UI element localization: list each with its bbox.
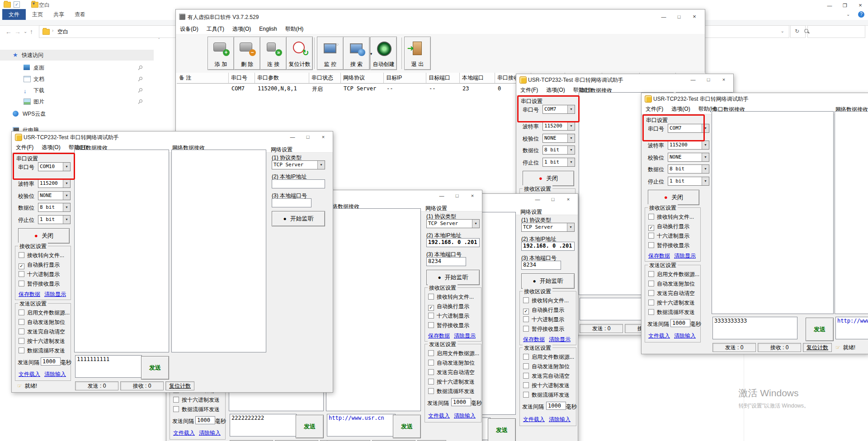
column-header-6[interactable]: 目标端口 [426,73,460,84]
stop-bits-dropdown[interactable]: 1 bit▼ [38,215,71,224]
column-header-3[interactable]: 串口状态 [309,73,341,84]
usr-titlebar[interactable]: USR-TCP232-Test 串口转网络调试助手—□× [516,74,733,85]
checkbox-icon[interactable] [428,360,434,366]
send-interval-input[interactable]: 1000 [195,416,215,424]
net-receive-box[interactable] [171,150,266,352]
maximize-icon[interactable]: □ [449,190,465,201]
rx-option-2[interactable]: 十六进制显示 [648,232,689,240]
checkbox-icon[interactable] [523,297,529,303]
chevron-down-icon[interactable]: ▼ [702,177,709,185]
close-icon[interactable]: × [853,0,868,11]
tx-option-4[interactable]: 数据流循环发送 [19,347,65,355]
column-header-0[interactable]: 备 注 [177,73,229,84]
usr-menu-0[interactable]: 文件(F) [12,142,38,153]
checkbox-icon[interactable] [19,347,24,353]
net-send-button[interactable]: 发送 [488,418,516,441]
serial-send-input[interactable] [580,298,646,320]
local-ip-box[interactable] [272,179,325,188]
load-file-link[interactable]: 文件载入 [523,416,545,423]
sidebar-item-2[interactable]: 文档 [0,74,154,84]
toolbar-connector-connect-button[interactable]: »连 接 [260,37,287,70]
chevron-down-icon[interactable]: ▼ [63,216,70,224]
rx-option-3[interactable]: 暂停接收显示 [19,280,60,288]
collapse-chevron-icon[interactable]: ˆ [158,38,160,43]
usr-menu-0[interactable]: 文件(F) [642,104,667,114]
local-ip-box[interactable]: 192.168. 0 .201 [521,242,575,251]
checkbox-icon[interactable]: ✓ [19,263,24,269]
net-rx-option-0[interactable]: 接收转向文件... [523,297,569,305]
vsp-menu-2[interactable]: 选项(O) [228,24,255,34]
checkbox-icon[interactable] [428,294,434,300]
checkbox-icon[interactable] [648,309,654,315]
send-interval-input[interactable]: 1000 [670,319,690,327]
load-file-link[interactable]: 文件载入 [428,412,450,420]
minimize-icon[interactable]: — [530,194,545,205]
baud-rate-dropdown[interactable]: 115200▼ [542,122,575,131]
usr-window-controls[interactable]: —□× [434,190,480,201]
checkbox-icon[interactable] [19,271,24,277]
clear-input-link[interactable]: 清除输入 [674,332,696,340]
local-port-box[interactable] [272,198,311,207]
close-icon[interactable]: × [316,131,331,142]
reset-count-button[interactable]: 复位计数 [803,343,832,352]
net-tx-option-0[interactable]: 启用文件数据源... [523,353,574,361]
net-receive-box[interactable] [835,111,868,314]
local-port-box[interactable]: 8234 [426,257,466,266]
chevron-down-icon[interactable]: ▼ [567,134,575,142]
clear-display-link[interactable]: 清除显示 [44,291,66,298]
serial-receive-box[interactable] [712,111,834,314]
checkbox-icon[interactable] [648,214,654,220]
serial-send-input[interactable]: 1111111111 [75,355,142,378]
net-tx-option-1[interactable]: 自动发送附加位 [523,363,570,371]
checkbox-icon[interactable] [19,338,24,344]
chevron-down-icon[interactable]: ▼ [317,161,325,169]
up-icon[interactable]: ↑ [30,28,33,35]
usr-titlebar[interactable]: USR-TCP232-Test 串口转网络调试助手—□× [12,131,333,142]
usr-menu-0[interactable]: 文件(F) [516,85,542,95]
checkbox-icon[interactable] [428,313,434,319]
minimize-icon[interactable]: — [685,74,701,85]
tx-option-3[interactable]: 按十六进制发送 [648,299,695,307]
tx-option-3[interactable]: 按十六进制发送 [19,338,65,345]
vsp-titlebar[interactable]: 有人虚拟串口软件 V3.7.2.529 —□× [176,9,705,24]
minimize-icon[interactable]: — [822,0,837,11]
vsp-menu-1[interactable]: 工具(T) [203,24,228,34]
column-header-1[interactable]: 串口号 [229,73,255,84]
maximize-icon[interactable]: ❐ [837,0,853,11]
net-rx-option-1[interactable]: ✓自动换行显示 [428,303,469,311]
tx-option-2[interactable]: 发送完自动清空 [19,328,65,336]
stop-bits-dropdown[interactable]: 1 bit▼ [668,177,709,186]
chevron-down-icon[interactable]: ▼ [567,122,575,130]
net-tx-option-1[interactable]: 自动发送附加位 [428,359,475,367]
net-tx-option-3[interactable]: 按十六进制发送 [523,382,570,389]
clear-input-link[interactable]: 清除输入 [199,429,221,437]
explorer-window-controls[interactable]: —❐× [822,0,868,11]
tx-option-2[interactable]: 发送完自动清空 [648,290,695,297]
chevron-down-icon[interactable]: ▼ [63,203,70,211]
protocol-dropdown[interactable]: TCP Server▼ [521,223,575,232]
chevron-down-icon[interactable]: ▼ [567,146,575,154]
close-port-button[interactable]: ●关闭 [18,228,70,244]
vsp-menu-3[interactable]: English [255,24,281,33]
close-icon[interactable]: × [687,11,702,22]
checkbox-icon[interactable] [648,290,654,296]
net-rx-option-3[interactable]: 暂停接收显示 [428,322,469,329]
rx-option-1[interactable]: ✓自动换行显示 [648,223,689,231]
checkbox-icon[interactable] [648,242,654,248]
parity-dropdown[interactable]: NONE▼ [668,153,709,162]
forward-icon[interactable]: → [14,28,21,35]
sidebar-item-1[interactable]: 桌面 [0,62,154,73]
checkbox-icon[interactable] [19,328,24,334]
close-icon[interactable]: × [561,194,576,205]
clear-display-link[interactable]: 清除显示 [454,332,476,340]
checkbox-icon[interactable] [523,316,529,322]
usr-window-controls[interactable]: —□× [530,194,576,205]
minimize-icon[interactable]: — [434,190,449,201]
tab-文件[interactable]: 文件 [2,9,26,20]
serial-send-button[interactable]: 发送 [296,415,324,438]
net-tx-option-4[interactable]: 数据流循环发送 [523,391,570,399]
rx-option-3[interactable]: 暂停接收显示 [648,242,689,249]
checkbox-icon[interactable] [523,373,529,379]
send-interval-input[interactable]: 1000 [546,402,566,410]
local-port-box[interactable]: 8234 [521,261,561,270]
